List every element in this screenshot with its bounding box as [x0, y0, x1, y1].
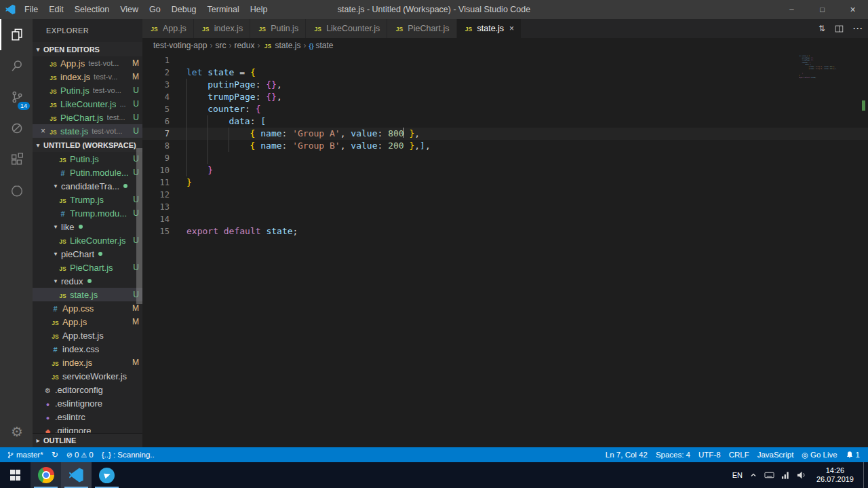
- line-number[interactable]: 13: [142, 201, 170, 213]
- line-number[interactable]: 2: [142, 67, 170, 79]
- line-number[interactable]: 10: [142, 164, 170, 176]
- code-line[interactable]: 10}: [142, 164, 868, 176]
- menu-edit[interactable]: Edit: [43, 0, 69, 19]
- language-indicator[interactable]: EN: [732, 471, 743, 479]
- search-activity-button[interactable]: [0, 50, 33, 81]
- go-live-button[interactable]: Go Live: [797, 451, 841, 459]
- menu-go[interactable]: Go: [144, 0, 166, 19]
- menu-terminal[interactable]: Terminal: [202, 0, 245, 19]
- scanning-status[interactable]: {..} : Scanning..: [98, 451, 159, 459]
- line-number[interactable]: 11: [142, 176, 170, 189]
- network-tray-button[interactable]: [781, 471, 790, 479]
- language-mode-status[interactable]: JavaScript: [753, 451, 798, 459]
- open-editor-state-js[interactable]: state.jstest-vot...U: [33, 124, 142, 138]
- split-editor-button[interactable]: [830, 24, 848, 33]
- line-number[interactable]: 4: [142, 91, 170, 103]
- tree-item-trump-modu[interactable]: Trump.modu...U: [33, 206, 142, 220]
- line-number[interactable]: 8: [142, 140, 170, 152]
- code-line[interactable]: 6data: [: [142, 115, 868, 128]
- code-line[interactable]: 11}: [142, 176, 868, 189]
- tab-app-js[interactable]: App.js: [142, 19, 193, 38]
- close-editor-icon[interactable]: [38, 126, 48, 136]
- line-number[interactable]: 15: [142, 225, 170, 238]
- tree-item-gitignore[interactable]: .gitignore: [33, 424, 142, 433]
- taskbar-clock[interactable]: 14:26 26.07.2019: [814, 466, 856, 484]
- code-line[interactable]: 15export default state;: [142, 225, 868, 238]
- line-number[interactable]: 1: [142, 54, 170, 67]
- code-line[interactable]: 8{ name: 'Group B', value: 200 },],: [142, 140, 868, 152]
- tab-putin-js[interactable]: Putin.js: [250, 19, 305, 38]
- tab-likecounter-js[interactable]: LikeCounter.js: [306, 19, 387, 38]
- eol-status[interactable]: CRLF: [725, 451, 753, 459]
- hidden-icons-button[interactable]: [749, 471, 757, 479]
- code-area[interactable]: 12let state = {3putinPage: {},4trumpPage…: [142, 53, 868, 447]
- maximize-button[interactable]: [807, 0, 837, 19]
- tree-item-trump-js[interactable]: Trump.jsU: [33, 193, 142, 206]
- encoding-status[interactable]: UTF-8: [694, 451, 725, 459]
- keyboard-tray-button[interactable]: [764, 471, 774, 479]
- code-line[interactable]: 7{ name: 'Group A', value: 800 },: [142, 128, 868, 140]
- tree-item-putin-module[interactable]: Putin.module...U: [33, 166, 142, 179]
- line-number[interactable]: 6: [142, 115, 170, 128]
- tree-item-piechart[interactable]: pieChart: [33, 247, 142, 261]
- volume-tray-button[interactable]: [797, 471, 807, 479]
- tree-item-index-js[interactable]: index.jsM: [33, 356, 142, 369]
- start-button[interactable]: [0, 462, 31, 488]
- breadcrumb-src[interactable]: src: [215, 41, 226, 50]
- tab-index-js[interactable]: index.js: [194, 19, 250, 38]
- sidebar-scrollbar[interactable]: [136, 148, 142, 304]
- compare-changes-button[interactable]: [814, 24, 830, 33]
- line-number[interactable]: 7: [142, 128, 170, 140]
- taskbar-vscode-button[interactable]: [61, 462, 92, 488]
- tree-item-eslintignore[interactable]: .eslintignore: [33, 396, 142, 410]
- workspace-header[interactable]: UNTITLED (WORKSPACE): [33, 138, 142, 152]
- code-line[interactable]: 12: [142, 189, 868, 201]
- tree-item-editorconfig[interactable]: .editorconfig: [33, 383, 142, 396]
- code-line[interactable]: 2let state = {: [142, 67, 868, 79]
- line-number[interactable]: 3: [142, 79, 170, 91]
- debug-activity-button[interactable]: [0, 113, 33, 144]
- menu-view[interactable]: View: [115, 0, 144, 19]
- menu-help[interactable]: Help: [245, 0, 273, 19]
- tree-item-candidatetra[interactable]: candidateTra...: [33, 179, 142, 193]
- open-editor-index-js[interactable]: index.jstest-v...M: [33, 70, 142, 83]
- problems-status[interactable]: 0 0: [62, 451, 98, 459]
- code-line[interactable]: 5counter: {: [142, 103, 868, 115]
- tab-piechart-js[interactable]: PieChart.js: [387, 19, 456, 38]
- breadcrumb-test-voting-app[interactable]: test-voting-app: [153, 41, 207, 50]
- tree-item-app-js[interactable]: App.jsM: [33, 315, 142, 329]
- close-tab-icon[interactable]: [509, 24, 514, 33]
- source-control-activity-button[interactable]: 14: [0, 81, 33, 113]
- line-number[interactable]: 9: [142, 152, 170, 164]
- tree-item-likecounter-js[interactable]: LikeCounter.jsU: [33, 233, 142, 247]
- cursor-position-status[interactable]: Ln 7, Col 42: [601, 451, 652, 459]
- explorer-activity-button[interactable]: [0, 19, 33, 50]
- minimap[interactable]: let state = {putinPage: {},trumpPage: {}…: [799, 53, 859, 447]
- line-number[interactable]: 12: [142, 189, 170, 201]
- line-number[interactable]: 14: [142, 213, 170, 225]
- indentation-status[interactable]: Spaces: 4: [652, 451, 694, 459]
- minimize-button[interactable]: [776, 0, 807, 19]
- more-actions-button[interactable]: [848, 24, 868, 33]
- open-editor-putin-js[interactable]: Putin.jstest-vo...U: [33, 83, 142, 97]
- tree-item-state-js[interactable]: state.jsU: [33, 288, 142, 301]
- taskbar-chrome-button[interactable]: [31, 462, 61, 488]
- git-branch-status[interactable]: master*: [3, 451, 47, 459]
- tree-item-index-css[interactable]: index.css: [33, 342, 142, 356]
- github-activity-button[interactable]: [0, 175, 33, 206]
- manage-button[interactable]: [0, 416, 33, 447]
- code-line[interactable]: 1: [142, 54, 868, 67]
- tree-item-piechart-js[interactable]: PieChart.jsU: [33, 261, 142, 274]
- extensions-activity-button[interactable]: [0, 144, 33, 175]
- tree-item-app-test-js[interactable]: App.test.js: [33, 329, 142, 342]
- tab-state-js[interactable]: state.js: [457, 19, 521, 38]
- open-editor-likecounter-js[interactable]: LikeCounter.js...U: [33, 97, 142, 111]
- breadcrumb-state[interactable]: state: [309, 41, 333, 50]
- code-line[interactable]: 4trumpPage: {},: [142, 91, 868, 103]
- breadcrumb-redux[interactable]: redux: [234, 41, 254, 50]
- code-line[interactable]: 14: [142, 213, 868, 225]
- line-number[interactable]: 5: [142, 103, 170, 115]
- tree-item-like[interactable]: like: [33, 220, 142, 233]
- menu-file[interactable]: File: [19, 0, 43, 19]
- notifications-bell[interactable]: 1: [842, 451, 864, 459]
